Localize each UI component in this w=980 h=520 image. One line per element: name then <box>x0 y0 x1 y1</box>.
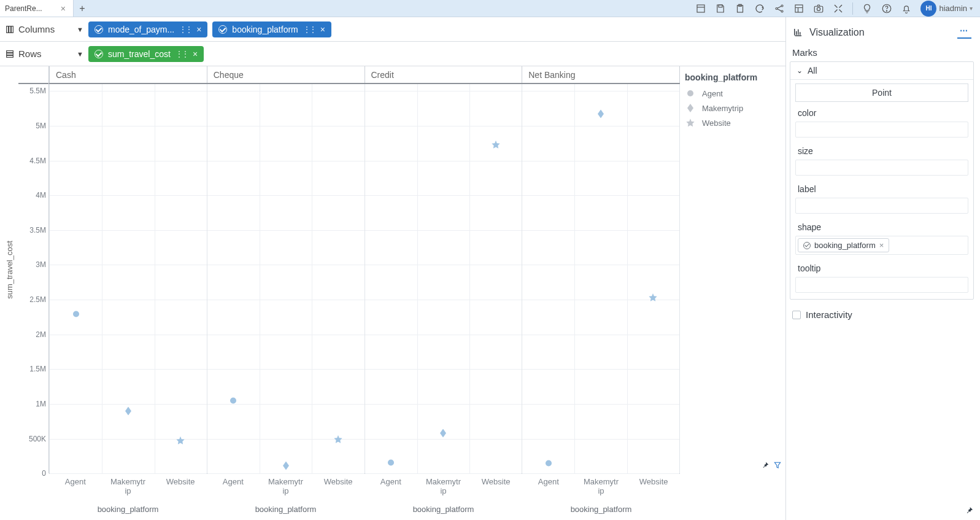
close-tab-icon[interactable]: × <box>58 4 68 14</box>
field-pill[interactable]: booking_platform⋮⋮× <box>212 21 331 37</box>
interactivity-row[interactable]: Interactivity <box>790 305 974 325</box>
undo-icon[interactable] <box>754 3 765 14</box>
interactivity-checkbox[interactable] <box>792 311 801 319</box>
facet-header: Credit <box>365 66 523 83</box>
x-axis-group: AgentMakemytripWebsitebooking_platform <box>365 474 522 520</box>
prop-size-label: size <box>795 144 968 158</box>
legend-item[interactable]: Website <box>685 115 781 130</box>
rows-label-text: Rows <box>18 49 42 59</box>
rows-dropdown-icon[interactable]: ▼ <box>77 50 83 58</box>
prop-label-well[interactable] <box>795 198 968 214</box>
share-icon[interactable] <box>774 3 785 14</box>
check-icon <box>218 25 227 34</box>
drag-handle-icon[interactable]: ⋮⋮ <box>176 50 188 58</box>
template-icon[interactable] <box>793 3 804 14</box>
field-pill[interactable]: sum_travel_cost⋮⋮× <box>88 46 204 62</box>
lightbulb-icon[interactable] <box>862 3 873 14</box>
data-point[interactable] <box>282 461 290 471</box>
data-point[interactable] <box>387 459 395 468</box>
svg-point-21 <box>546 460 552 467</box>
drag-handle-icon[interactable]: ⋮⋮ <box>179 25 191 34</box>
svg-point-9 <box>817 7 820 10</box>
prop-tooltip-well[interactable] <box>795 277 968 293</box>
chevron-down-icon: ⌄ <box>797 66 803 75</box>
panel-pin-icon[interactable] <box>965 506 974 515</box>
field-pill[interactable]: mode_of_paym...⋮⋮× <box>88 21 207 37</box>
prop-color-well[interactable] <box>795 122 968 138</box>
pill-label: sum_travel_cost <box>108 49 171 59</box>
data-point[interactable] <box>124 407 133 417</box>
svg-point-4 <box>776 7 777 9</box>
svg-rect-15 <box>7 50 14 52</box>
data-point[interactable] <box>545 460 552 469</box>
clipboard-icon[interactable] <box>735 3 746 14</box>
bell-icon[interactable] <box>901 3 912 14</box>
save-icon[interactable] <box>715 3 726 14</box>
help-icon[interactable] <box>881 3 892 14</box>
y-axis: 0500K1M1.5M2M2.5M3M3.5M4M4.5M5M5.5M <box>18 66 49 473</box>
rows-shelf[interactable]: Rows ▼ sum_travel_cost⋮⋮× <box>0 42 785 66</box>
svg-rect-17 <box>7 55 14 57</box>
facet-column <box>522 84 680 473</box>
prop-tooltip-label: tooltip <box>795 261 968 276</box>
data-point[interactable] <box>72 310 80 319</box>
filter-pin-icon[interactable] <box>773 461 782 470</box>
columns-shelf[interactable]: Columns ▼ mode_of_paym...⋮⋮×booking_plat… <box>0 17 785 42</box>
chart-icon <box>792 27 803 38</box>
mark-type-select[interactable]: Point <box>795 83 968 102</box>
user-avatar: HI <box>920 1 936 17</box>
top-icon-bar: HI hiadmin ▾ <box>695 1 980 17</box>
columns-dropdown-icon[interactable]: ▼ <box>77 26 83 33</box>
x-tick: Website <box>312 478 365 496</box>
data-point[interactable] <box>491 139 501 151</box>
y-tick: 5.5M <box>29 87 46 95</box>
add-tab-button[interactable]: + <box>74 0 91 17</box>
pill-label: mode_of_paym... <box>108 25 174 34</box>
check-icon <box>95 25 103 34</box>
marks-all-header[interactable]: ⌄ All <box>790 62 973 80</box>
remove-icon[interactable]: × <box>196 25 201 34</box>
shape-chip[interactable]: booking_platform × <box>798 238 889 252</box>
facet-body <box>49 84 680 473</box>
svg-rect-1 <box>719 5 722 7</box>
data-point[interactable] <box>648 292 658 304</box>
y-tick: 1M <box>36 400 46 408</box>
x-tick: Agent <box>365 478 417 496</box>
data-point[interactable] <box>596 109 605 120</box>
y-tick: 2M <box>36 330 46 339</box>
facet-header: Net Banking <box>522 66 680 83</box>
toolbar-icon-1[interactable] <box>695 3 706 14</box>
remove-icon[interactable]: × <box>193 49 198 59</box>
data-point[interactable] <box>439 429 447 439</box>
remove-chip-icon[interactable]: × <box>879 241 884 250</box>
data-point[interactable] <box>333 434 343 446</box>
x-tick: Website <box>469 478 522 496</box>
prop-shape-well[interactable]: booking_platform × <box>795 236 968 255</box>
legend-item[interactable]: Agent <box>685 86 781 101</box>
pin-icon[interactable] <box>761 461 770 470</box>
x-tick: Makemytrip <box>575 478 628 496</box>
report-tab[interactable]: ParentRe... × <box>0 0 74 17</box>
legend-item[interactable]: Makemytrip <box>685 101 781 115</box>
expand-icon[interactable] <box>833 3 844 14</box>
camera-icon[interactable] <box>813 3 824 14</box>
data-point[interactable] <box>176 436 185 448</box>
drag-handle-icon[interactable]: ⋮⋮ <box>303 25 315 34</box>
chevron-down-icon: ▾ <box>970 5 973 12</box>
svg-rect-16 <box>7 53 14 55</box>
x-tick: Agent <box>207 478 260 496</box>
prop-size-well[interactable] <box>795 160 968 176</box>
user-menu[interactable]: HI hiadmin ▾ <box>920 1 973 17</box>
x-axis-group: AgentMakemytripWebsitebooking_platform <box>522 474 680 520</box>
remove-icon[interactable]: × <box>320 25 325 34</box>
visualization-panel: Visualization ⋯ Marks ⌄ All Point color … <box>786 17 980 520</box>
pill-label: booking_platform <box>232 25 298 34</box>
report-tab-label: ParentRe... <box>5 4 58 13</box>
legend-label: Website <box>702 118 731 128</box>
panel-menu-icon[interactable]: ⋯ <box>957 26 971 39</box>
legend-label: Agent <box>702 89 723 98</box>
data-point[interactable] <box>230 397 237 406</box>
prop-label-label: label <box>795 182 968 196</box>
chart-area: sum_travel_cost 0500K1M1.5M2M2.5M3M3.5M4… <box>0 66 785 473</box>
rows-shelf-label: Rows ▼ <box>5 49 83 59</box>
